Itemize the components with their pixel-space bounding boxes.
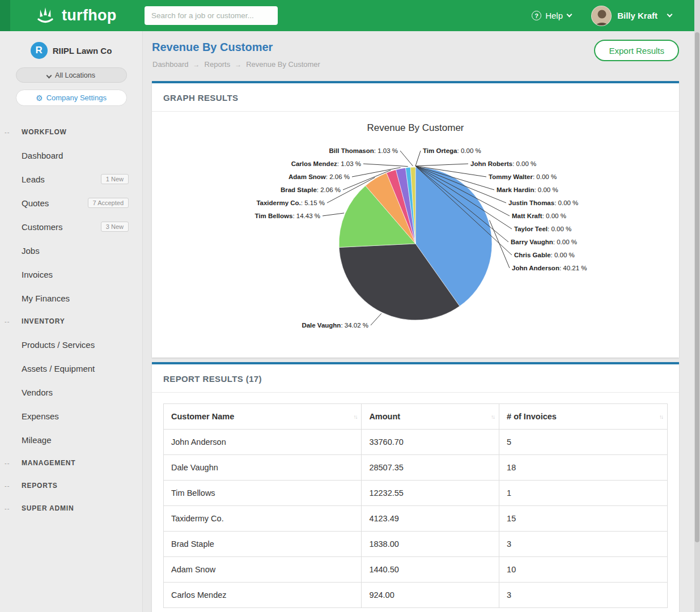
section-collapse-icon: -- (5, 460, 10, 466)
avatar[interactable] (591, 6, 612, 26)
sidebar-item-vendors[interactable]: Vendors (0, 380, 142, 404)
nav-section-super-admin[interactable]: --SUPER ADMIN (0, 497, 142, 520)
cell-of-invoices: 15 (499, 506, 668, 532)
cell-amount: 1838.00 (362, 532, 499, 557)
cell-customer-name: Carlos Mendez (164, 583, 362, 608)
settings-label: Company Settings (46, 94, 107, 102)
nav-section-label: MANAGEMENT (22, 459, 75, 467)
slice-label-tommy-walter: Tommy Walter: 0.00 % (489, 173, 557, 180)
table-row: Dale Vaughn28507.3518 (164, 455, 668, 481)
nav-section-label: REPORTS (22, 482, 58, 490)
breadcrumb-item-revenue-by-customer: Revenue By Customer (246, 60, 320, 69)
sidebar-item-label: Invoices (22, 270, 53, 279)
report-card-title: REPORT RESULTS (17) (152, 364, 679, 393)
label-leader-line (415, 164, 468, 166)
locations-label: All Locations (55, 71, 95, 79)
scrollbar-thumb[interactable] (695, 32, 699, 542)
sort-icon[interactable]: ↑↓ (353, 414, 357, 420)
chevron-down-icon (46, 73, 52, 79)
slice-label-john-roberts: John Roberts: 0.00 % (470, 160, 536, 167)
brand-logo[interactable]: turfhop (34, 0, 117, 31)
help-menu[interactable]: ? Help (532, 0, 571, 31)
chart-area: Revenue By CustomerTim Ortega: 0.00 %Joh… (152, 112, 679, 358)
top-header: turfhop ? Help Billy Kraft (0, 0, 694, 31)
help-icon: ? (532, 11, 541, 20)
slice-label-tim-bellows: Tim Bellows: 14.43 % (255, 212, 320, 219)
sidebar-item-mileage[interactable]: Mileage (0, 428, 142, 452)
cell-of-invoices: 5 (499, 430, 668, 455)
slice-label-chris-gable: Chris Gable: 0.00 % (514, 252, 575, 258)
column-header-label: # of Invoices (507, 412, 557, 421)
cell-amount: 924.00 (362, 583, 499, 608)
nav-section-workflow[interactable]: --WORKFLOW (0, 121, 142, 143)
breadcrumb-item-reports[interactable]: Reports (205, 60, 231, 69)
sidebar-item-leads[interactable]: Leads1 New (0, 167, 142, 191)
sidebar-item-products-services[interactable]: Products / Services (0, 333, 142, 356)
section-collapse-icon: -- (5, 129, 10, 135)
slice-label-john-anderson: John Anderson: 40.21 % (512, 265, 587, 271)
label-leader-line (363, 164, 408, 167)
scrollbar-track[interactable] (694, 0, 700, 612)
chevron-down-icon (667, 11, 673, 17)
sort-icon[interactable]: ↑↓ (659, 414, 663, 420)
slice-label-adam-snow: Adam Snow: 2.06 % (289, 173, 350, 180)
slice-label-mark-hardin: Mark Hardin: 0.00 % (497, 186, 558, 193)
nav-section-reports[interactable]: --REPORTS (0, 474, 142, 497)
table-row: Adam Snow1440.5010 (164, 557, 668, 583)
sidebar-item-assets-equipment[interactable]: Assets / Equipment (0, 356, 142, 380)
chart-title: Revenue By Customer (367, 122, 464, 133)
count-badge: 7 Accepted (88, 198, 129, 208)
sort-icon[interactable]: ↑↓ (491, 414, 494, 420)
sidebar-item-label: Expenses (22, 411, 59, 421)
cell-customer-name: Adam Snow (164, 557, 362, 583)
label-leader-line (490, 220, 510, 268)
cell-customer-name: Taxidermy Co. (164, 506, 362, 532)
label-leader-line (323, 213, 344, 216)
slice-label-taylor-teel: Taylor Teel: 0.00 % (514, 226, 571, 232)
user-name: Billy Kraft (617, 11, 657, 20)
sidebar-item-label: Dashboard (22, 151, 63, 160)
table-row: John Anderson33760.705 (164, 430, 668, 455)
sidebar-nav: --WORKFLOWDashboardLeads1 NewQuotes7 Acc… (0, 121, 142, 520)
export-results-button[interactable]: Export Results (594, 40, 679, 61)
sidebar-item-my-finances[interactable]: My Finances (0, 286, 142, 310)
user-menu[interactable]: Billy Kraft (591, 0, 672, 31)
cell-of-invoices: 3 (499, 583, 668, 608)
column-header-customer-name[interactable]: Customer Name↑↓ (164, 404, 362, 430)
column-header-of-invoices[interactable]: # of Invoices↑↓ (499, 404, 668, 430)
sidebar-item-quotes[interactable]: Quotes7 Accepted (0, 191, 142, 215)
company-switcher[interactable]: R RIIPL Lawn Co (0, 31, 142, 59)
table-row: Carlos Mendez924.003 (164, 583, 668, 608)
global-search-input[interactable] (145, 6, 278, 25)
sidebar-item-customers[interactable]: Customers3 New (0, 215, 142, 239)
column-header-label: Amount (369, 412, 400, 421)
nav-section-inventory[interactable]: --INVENTORY (0, 310, 142, 333)
sidebar-item-label: Assets / Equipment (22, 364, 95, 373)
gear-icon: ⚙ (36, 94, 43, 102)
page-header: Revenue By Customer Dashboard→Reports→Re… (143, 31, 694, 81)
sidebar-item-label: Vendors (22, 388, 53, 397)
sidebar-item-invoices[interactable]: Invoices (0, 262, 142, 286)
page-title: Revenue By Customer (152, 41, 273, 54)
cell-amount: 28507.35 (362, 455, 499, 481)
section-collapse-icon: -- (5, 318, 10, 325)
company-settings-button[interactable]: ⚙ Company Settings (16, 90, 127, 106)
nav-section-management[interactable]: --MANAGEMENT (0, 452, 142, 474)
locations-dropdown[interactable]: All Locations (16, 67, 127, 83)
slice-label-bill-thomason: Bill Thomason: 1.03 % (329, 147, 398, 154)
cell-customer-name: John Anderson (164, 430, 362, 455)
sidebar-item-label: Mileage (22, 435, 52, 445)
sidebar-item-jobs[interactable]: Jobs (0, 239, 142, 262)
slice-label-taxidermy-co: Taxidermy Co.: 5.15 % (256, 199, 325, 206)
sidebar-item-expenses[interactable]: Expenses (0, 404, 142, 428)
cell-of-invoices: 10 (499, 557, 668, 583)
breadcrumb-item-dashboard[interactable]: Dashboard (152, 60, 189, 69)
table-row: Brad Staple1838.003 (164, 532, 668, 557)
column-header-amount[interactable]: Amount↑↓ (362, 404, 499, 430)
sidebar-item-label: Products / Services (22, 340, 95, 350)
slice-label-barry-vaughn: Barry Vaughn: 0.00 % (511, 239, 577, 245)
breadcrumb-separator-icon: → (193, 61, 200, 69)
section-collapse-icon: -- (5, 482, 10, 489)
help-label: Help (545, 11, 563, 20)
sidebar-item-dashboard[interactable]: Dashboard (0, 143, 142, 167)
